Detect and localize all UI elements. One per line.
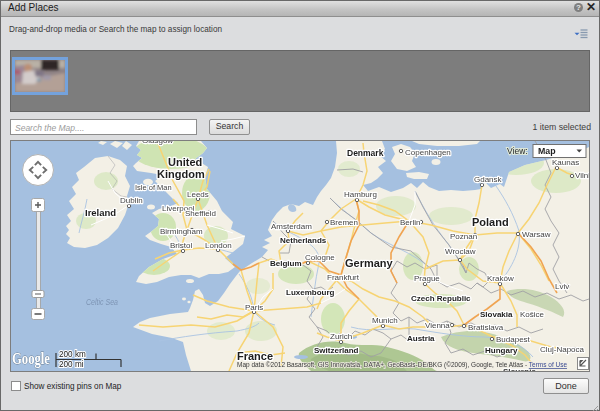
svg-text:Birmingham: Birmingham: [160, 227, 203, 236]
svg-text:Austria: Austria: [407, 334, 435, 343]
svg-text:Czech Republic: Czech Republic: [411, 294, 471, 303]
svg-text:Kingdom: Kingdom: [157, 168, 205, 180]
svg-text:Ireland: Ireland: [85, 207, 116, 218]
svg-text:Hamburg: Hamburg: [344, 190, 377, 199]
svg-text:Leeds: Leeds: [187, 190, 209, 199]
svg-text:Luxembourg: Luxembourg: [286, 288, 335, 297]
svg-text:Warsaw: Warsaw: [522, 230, 551, 239]
svg-text:Zurich: Zurich: [330, 332, 352, 341]
svg-text:Paris: Paris: [245, 303, 263, 312]
svg-text:Map: Map: [538, 146, 556, 156]
svg-text:Germany: Germany: [345, 257, 394, 269]
svg-text:Sheffield: Sheffield: [185, 209, 216, 218]
svg-text:Amsterdam: Amsterdam: [271, 222, 312, 231]
svg-text:Map data ©2012 Basarsoft, GIS: Map data ©2012 Basarsoft, GIS Innovatsia…: [237, 360, 567, 369]
svg-text:Belgium: Belgium: [270, 259, 302, 268]
svg-text:Denmark: Denmark: [347, 148, 384, 158]
svg-text:London: London: [205, 241, 232, 250]
svg-text:Switzerland: Switzerland: [314, 346, 359, 355]
svg-text:Bristol: Bristol: [170, 241, 192, 250]
svg-text:Dublin: Dublin: [120, 196, 143, 205]
svg-text:View:: View:: [507, 146, 528, 156]
svg-text:Lviv: Lviv: [555, 282, 569, 291]
svg-text:Isle of Man: Isle of Man: [135, 183, 172, 192]
svg-text:Copenhagen: Copenhagen: [405, 148, 451, 157]
svg-text:Munich: Munich: [372, 316, 398, 325]
svg-text:Hungary: Hungary: [485, 346, 518, 355]
svg-text:Google: Google: [12, 350, 50, 368]
svg-text:Košice: Košice: [520, 310, 545, 319]
svg-text:Poznan: Poznan: [450, 232, 477, 241]
svg-text:Slovakia: Slovakia: [480, 310, 513, 319]
svg-text:Vienna: Vienna: [425, 321, 450, 330]
svg-text:Prague: Prague: [414, 274, 440, 283]
svg-text:Wroclaw: Wroclaw: [445, 247, 476, 256]
svg-text:United: United: [168, 156, 202, 168]
svg-text:Poland: Poland: [472, 216, 509, 228]
svg-text:Gdansk: Gdansk: [474, 175, 503, 184]
svg-text:Bremen: Bremen: [330, 218, 358, 227]
svg-text:Cluj-Napoca: Cluj-Napoca: [540, 345, 585, 354]
svg-text:200 mi: 200 mi: [59, 360, 84, 369]
svg-text:Berlin: Berlin: [400, 218, 420, 227]
svg-text:Kaunas: Kaunas: [552, 158, 579, 167]
svg-text:Celtic Sea: Celtic Sea: [86, 297, 118, 307]
svg-text:Budapest: Budapest: [496, 335, 531, 344]
svg-text:Glasgow: Glasgow: [142, 141, 173, 145]
svg-text:200 km: 200 km: [59, 350, 86, 359]
svg-text:Bratislava: Bratislava: [468, 323, 504, 332]
svg-text:Cologne: Cologne: [305, 253, 335, 262]
svg-text:Netherlands: Netherlands: [280, 236, 327, 245]
svg-text:Vilnius: Vilnius: [575, 171, 589, 180]
svg-text:Kraków: Kraków: [487, 274, 514, 283]
svg-text:Frankfurt: Frankfurt: [327, 273, 360, 282]
